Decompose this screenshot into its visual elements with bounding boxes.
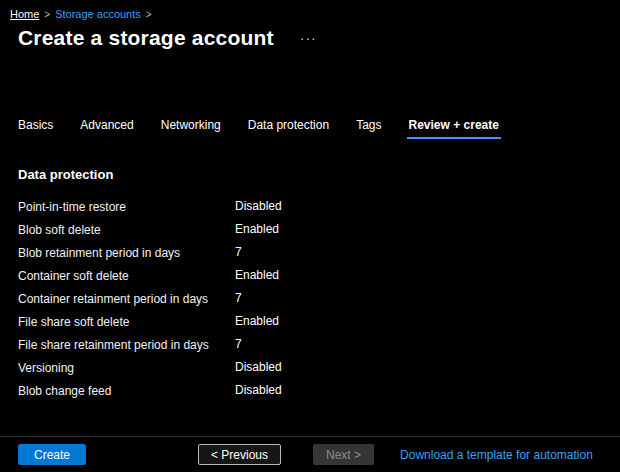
summary-row-versioning: Versioning Disabled bbox=[18, 357, 620, 380]
breadcrumb-home-link[interactable]: Home bbox=[10, 8, 39, 20]
row-value: Disabled bbox=[235, 196, 282, 217]
breadcrumb: Home > Storage accounts > bbox=[0, 0, 620, 20]
summary-row-blob-retainment-period: Blob retainment period in days 7 bbox=[18, 242, 620, 265]
row-label: Point-in-time restore bbox=[18, 200, 126, 214]
summary-row-blob-soft-delete: Blob soft delete Enabled bbox=[18, 219, 620, 242]
row-label: Container retainment period in days bbox=[18, 292, 208, 306]
tab-bar: Basics Advanced Networking Data protecti… bbox=[0, 118, 620, 139]
tab-advanced[interactable]: Advanced bbox=[80, 118, 133, 139]
row-value: Disabled bbox=[235, 380, 282, 401]
tab-tags[interactable]: Tags bbox=[356, 118, 381, 139]
summary-row-file-share-retainment-period: File share retainment period in days 7 bbox=[18, 334, 620, 357]
row-value: 7 bbox=[235, 242, 242, 263]
row-value: 7 bbox=[235, 334, 242, 355]
row-value: Enabled bbox=[235, 219, 279, 240]
row-label: Blob change feed bbox=[18, 384, 111, 398]
tab-data-protection[interactable]: Data protection bbox=[248, 118, 329, 139]
download-template-link[interactable]: Download a template for automation bbox=[400, 448, 593, 462]
row-label: File share soft delete bbox=[18, 315, 129, 329]
tab-networking[interactable]: Networking bbox=[161, 118, 221, 139]
row-value: Enabled bbox=[235, 311, 279, 332]
data-protection-summary: Point-in-time restore Disabled Blob soft… bbox=[0, 196, 620, 403]
row-label: File share retainment period in days bbox=[18, 338, 209, 352]
row-label: Blob soft delete bbox=[18, 223, 101, 237]
page-title: Create a storage account bbox=[18, 26, 274, 50]
summary-row-blob-change-feed: Blob change feed Disabled bbox=[18, 380, 620, 403]
row-value: 7 bbox=[235, 288, 242, 309]
row-value: Disabled bbox=[235, 357, 282, 378]
ellipsis-icon[interactable]: ··· bbox=[296, 29, 321, 47]
summary-row-point-in-time-restore: Point-in-time restore Disabled bbox=[18, 196, 620, 219]
row-value: Enabled bbox=[235, 265, 279, 286]
row-label: Container soft delete bbox=[18, 269, 129, 283]
row-label: Versioning bbox=[18, 361, 74, 375]
tab-basics[interactable]: Basics bbox=[18, 118, 53, 139]
title-row: Create a storage account ··· bbox=[0, 20, 620, 50]
chevron-right-icon: > bbox=[146, 9, 152, 20]
next-button[interactable]: Next > bbox=[313, 444, 374, 465]
section-title-data-protection: Data protection bbox=[0, 167, 620, 182]
summary-row-file-share-soft-delete: File share soft delete Enabled bbox=[18, 311, 620, 334]
row-label: Blob retainment period in days bbox=[18, 246, 180, 260]
tab-review-create[interactable]: Review + create bbox=[409, 118, 499, 139]
footer-bar: Create < Previous Next > Download a temp… bbox=[0, 437, 620, 472]
create-storage-account-page: Home > Storage accounts > Create a stora… bbox=[0, 0, 620, 472]
breadcrumb-storage-accounts-link[interactable]: Storage accounts bbox=[55, 8, 141, 20]
chevron-right-icon: > bbox=[44, 9, 50, 20]
previous-button[interactable]: < Previous bbox=[198, 444, 281, 465]
create-button[interactable]: Create bbox=[18, 444, 86, 465]
summary-row-container-soft-delete: Container soft delete Enabled bbox=[18, 265, 620, 288]
summary-row-container-retainment-period: Container retainment period in days 7 bbox=[18, 288, 620, 311]
